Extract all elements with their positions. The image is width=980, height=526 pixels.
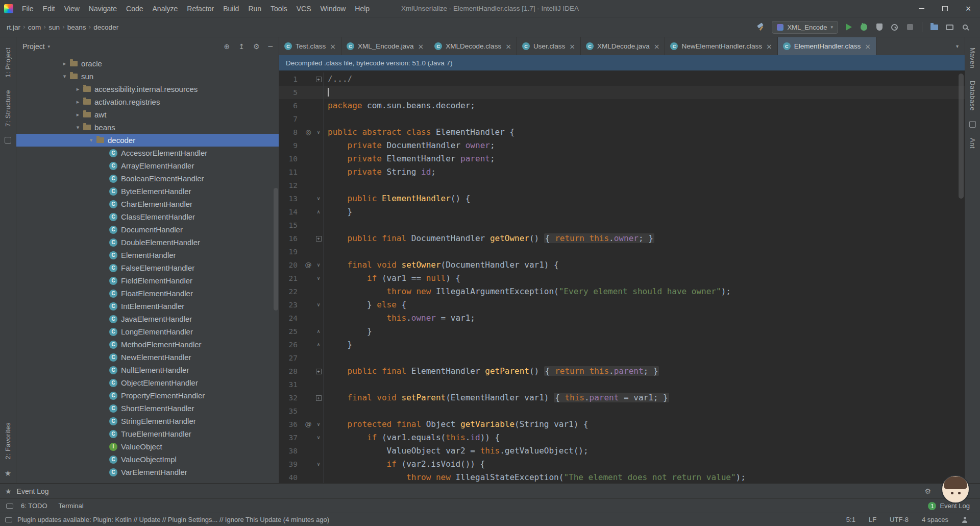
collapse-arrow-icon[interactable]: ▾ bbox=[74, 124, 82, 131]
folded-region[interactable]: { return this.owner; } bbox=[544, 233, 654, 243]
menu-item-tools[interactable]: Tools bbox=[266, 0, 292, 17]
close-tab-icon[interactable]: × bbox=[569, 42, 575, 51]
menu-item-help[interactable]: Help bbox=[350, 0, 374, 17]
event-log-gear-icon[interactable]: ⚙ bbox=[924, 487, 931, 495]
editor-tab-newelementhandler-class[interactable]: CNewElementHandler.class× bbox=[665, 37, 777, 55]
code-line-10[interactable]: 10 private ElementHandler parent; bbox=[279, 152, 965, 165]
code-line-20[interactable]: 20@∨ final void setOwner(DocumentHandler… bbox=[279, 258, 965, 272]
tree-item-documenthandler[interactable]: CDocumentHandler bbox=[16, 223, 279, 236]
breadcrumb-item-decoder[interactable]: decoder bbox=[92, 23, 120, 31]
event-log-panel-header[interactable]: ★ Event Log ⚙ bbox=[0, 483, 980, 498]
breadcrumb-item-rt-jar[interactable]: rt.jar bbox=[5, 23, 22, 31]
tree-item-propertyelementhandler[interactable]: CPropertyElementHandler bbox=[16, 389, 279, 402]
code-line-12[interactable]: 12 bbox=[279, 179, 965, 192]
toolwindow-button-ant[interactable]: Ant bbox=[969, 138, 976, 149]
tree-item-falseelementhandler[interactable]: CFalseElementHandler bbox=[16, 261, 279, 274]
menu-item-analyze[interactable]: Analyze bbox=[148, 0, 183, 17]
fold-marker-icon[interactable]: ∨ bbox=[314, 126, 323, 139]
project-view-selector[interactable]: Project ▾ bbox=[22, 42, 50, 51]
assistant-avatar[interactable] bbox=[941, 475, 970, 504]
tree-item-varelementhandler[interactable]: CVarElementHandler bbox=[16, 466, 279, 479]
toolwindow-button-terminal[interactable]: Terminal bbox=[53, 499, 89, 513]
toolwindow-button-favorites[interactable]: 2: Favorites bbox=[4, 422, 12, 460]
menu-item-view[interactable]: View bbox=[60, 0, 84, 17]
code-line-37[interactable]: 37∨ if (var1.equals(this.id)) { bbox=[279, 431, 965, 444]
ant-build-icon[interactable] bbox=[969, 121, 976, 128]
folded-region[interactable]: { this.parent = var1; } bbox=[554, 393, 669, 402]
code-line-15[interactable]: 15 bbox=[279, 219, 965, 232]
project-tree-scrollbar[interactable] bbox=[274, 188, 278, 310]
code-line-27[interactable]: 27 bbox=[279, 351, 965, 365]
code-line-19[interactable]: 19 bbox=[279, 245, 965, 258]
tree-item-charelementhandler[interactable]: CCharElementHandler bbox=[16, 198, 279, 210]
code-line-9[interactable]: 9 private DocumentHandler owner; bbox=[279, 139, 965, 152]
folded-region[interactable]: { return this.parent; } bbox=[544, 366, 659, 376]
code-line-6[interactable]: 6package com.sun.beans.decoder; bbox=[279, 99, 965, 112]
code-line-21[interactable]: 21∨ if (var1 == null) { bbox=[279, 272, 965, 285]
tree-item-booleanelementhandler[interactable]: CBooleanElementHandler bbox=[16, 172, 279, 185]
tree-item-oracle[interactable]: ▸oracle bbox=[16, 57, 279, 70]
tree-item-valueobjectimpl[interactable]: CValueObjectImpl bbox=[16, 453, 279, 466]
tree-item-elementhandler[interactable]: CElementHandler bbox=[16, 249, 279, 261]
fold-marker-icon[interactable]: ∧ bbox=[314, 325, 323, 338]
toolwindow-switcher-icon[interactable] bbox=[6, 504, 13, 509]
code-line-35[interactable]: 35 bbox=[279, 404, 965, 418]
close-tab-icon[interactable]: × bbox=[505, 42, 511, 51]
toolwindow-button-maven[interactable]: Maven bbox=[969, 47, 976, 68]
fold-marker-icon[interactable]: ∨ bbox=[314, 192, 323, 205]
tree-item-trueelementhandler[interactable]: CTrueElementHandler bbox=[16, 427, 279, 440]
code-line-16[interactable]: 16+ public final DocumentHandler getOwne… bbox=[279, 232, 965, 245]
tree-item-objectelementhandler[interactable]: CObjectElementHandler bbox=[16, 376, 279, 389]
toolwindow-button-database[interactable]: Database bbox=[969, 81, 976, 111]
fold-marker-icon[interactable]: ∧ bbox=[314, 338, 323, 351]
editor-tab-xmldecode-java[interactable]: CXMLDecode.java× bbox=[581, 37, 666, 55]
tree-item-intelementhandler[interactable]: CIntElementHandler bbox=[16, 300, 279, 313]
user-icon[interactable] bbox=[962, 517, 968, 523]
tab-list-chevron-icon[interactable]: ▾ bbox=[950, 43, 965, 49]
collapse-arrow-icon[interactable]: ▾ bbox=[87, 137, 95, 144]
close-tab-icon[interactable]: × bbox=[766, 42, 772, 51]
toolwindow-button-project[interactable]: 1: Project bbox=[4, 47, 12, 78]
fold-marker-icon[interactable]: ∨ bbox=[314, 431, 323, 444]
menu-item-refactor[interactable]: Refactor bbox=[182, 0, 218, 17]
tree-item-fieldelementhandler[interactable]: CFieldElementHandler bbox=[16, 274, 279, 287]
menu-item-edit[interactable]: Edit bbox=[38, 0, 60, 17]
close-tab-icon[interactable]: × bbox=[654, 42, 660, 51]
fold-marker-icon[interactable]: + bbox=[314, 395, 323, 401]
code-line-22[interactable]: 22 throw new IllegalArgumentException("E… bbox=[279, 285, 965, 298]
favorites-star-icon[interactable]: ★ bbox=[5, 469, 11, 478]
tree-item-decoder[interactable]: ▾decoder bbox=[16, 134, 279, 147]
gear-icon[interactable]: ⚙ bbox=[253, 42, 260, 51]
code-line-13[interactable]: 13∨ public ElementHandler() { bbox=[279, 192, 965, 205]
tree-item-awt[interactable]: ▸awt bbox=[16, 108, 279, 121]
code-line-7[interactable]: 7 bbox=[279, 112, 965, 126]
fold-marker-icon[interactable]: + bbox=[314, 369, 323, 374]
caret-position[interactable]: 5:1 bbox=[846, 516, 855, 523]
tree-item-accessibility-internal-resources[interactable]: ▸accessibility.internal.resources bbox=[16, 83, 279, 95]
minimize-button[interactable] bbox=[910, 0, 933, 17]
code-line-1[interactable]: 1+/.../ bbox=[279, 73, 965, 86]
close-tab-icon[interactable]: × bbox=[418, 42, 424, 51]
toolwindow-button-todo[interactable]: 6: TODO bbox=[15, 499, 53, 513]
status-message[interactable]: Plugin updates available: Plugin: Kotlin… bbox=[17, 516, 329, 523]
toolbox-button[interactable] bbox=[929, 22, 939, 32]
code-line-14[interactable]: 14∧ } bbox=[279, 205, 965, 219]
tree-item-classelementhandler[interactable]: CClassElementHandler bbox=[16, 210, 279, 223]
tree-item-byteelementhandler[interactable]: CByteElementHandler bbox=[16, 185, 279, 198]
tree-item-longelementhandler[interactable]: CLongElementHandler bbox=[16, 325, 279, 338]
tree-item-shortelementhandler[interactable]: CShortElementHandler bbox=[16, 402, 279, 415]
editor-tab-elementhandler-class[interactable]: CElementHandler.class× bbox=[778, 37, 876, 55]
code-line-36[interactable]: 36@∨ protected final Object getVariable(… bbox=[279, 418, 965, 431]
tree-item-floatelementhandler[interactable]: CFloatElementHandler bbox=[16, 287, 279, 300]
build-icon[interactable] bbox=[756, 22, 766, 32]
restore-layout-button[interactable] bbox=[945, 22, 954, 32]
line-separator[interactable]: LF bbox=[869, 516, 876, 523]
menu-item-navigate[interactable]: Navigate bbox=[84, 0, 121, 17]
tree-item-nullelementhandler[interactable]: CNullElementHandler bbox=[16, 364, 279, 376]
grid-icon[interactable] bbox=[5, 137, 11, 144]
profiler-button[interactable] bbox=[890, 22, 899, 32]
editor-tab-xmldecode-class[interactable]: CXMLDecode.class× bbox=[429, 37, 517, 55]
close-button[interactable]: × bbox=[957, 0, 980, 17]
code-line-23[interactable]: 23∨ } else { bbox=[279, 298, 965, 312]
fold-marker-icon[interactable]: + bbox=[314, 236, 323, 242]
